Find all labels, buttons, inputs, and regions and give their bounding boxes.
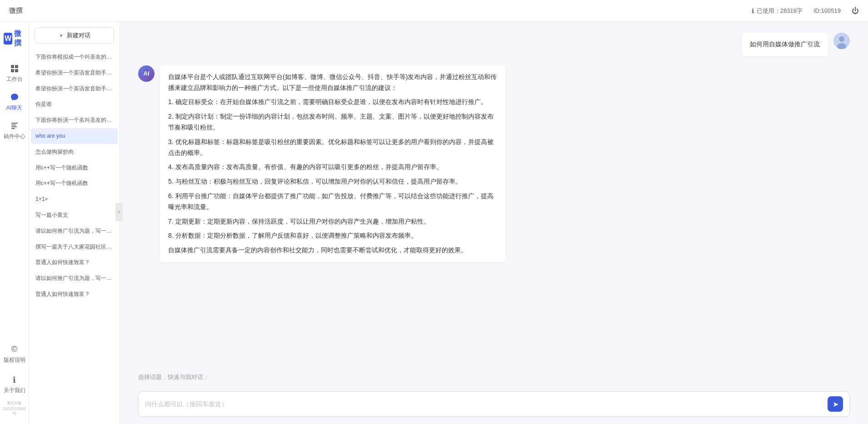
user-message-bubble: 如何用自媒体做推广引流 bbox=[742, 33, 828, 56]
svg-rect-4 bbox=[11, 123, 18, 124]
history-list-item[interactable]: 希望你扮演一个英语发音助手，我提供给你... bbox=[31, 65, 118, 81]
ai-avatar: AI bbox=[138, 65, 155, 82]
history-list-item[interactable]: 怎么做狗屎炒肉 bbox=[31, 144, 118, 160]
logo-text: 微撰 bbox=[14, 29, 25, 48]
chat-area: 如何用自媒体做推广引流 AI 自媒体平台是个人或团队通过互联网平台(如博客、微博… bbox=[120, 22, 868, 424]
sidebar-item-about[interactable]: ℹ 关于我们 bbox=[0, 370, 29, 399]
svg-rect-2 bbox=[11, 69, 14, 72]
svg-rect-5 bbox=[11, 125, 16, 125]
history-list: 下面你将模拟成一个叫圣友的程序员，我说...希望你扮演一个英语发音助手，我提供给… bbox=[29, 49, 120, 424]
user-message-row: 如何用自媒体做推广引流 bbox=[138, 33, 850, 56]
input-wrapper: ➤ bbox=[138, 391, 850, 417]
ai-paragraph: 2. 制定内容计划：制定一份详细的内容计划，包括发布时间、频率、主题、文案、图片… bbox=[168, 111, 497, 133]
new-chat-plus-icon: ＋ bbox=[58, 31, 64, 40]
ai-paragraph: 1. 确定目标受众：在开始自媒体推广引流之前，需要明确目标受众是谁，以便在发布内… bbox=[168, 97, 497, 108]
user-message-text: 如何用自媒体做推广引流 bbox=[750, 40, 820, 48]
history-list-item[interactable]: 普通人如何快速致富？ bbox=[31, 254, 118, 270]
usage-info: ℹ 已使用：28318字 bbox=[752, 7, 803, 15]
sidebar-item-components[interactable]: 稿件中心 bbox=[0, 116, 29, 145]
history-list-item[interactable]: 你是谁 bbox=[31, 96, 118, 112]
history-list-item[interactable]: 下面你将扮演一个名叫圣友的医生 bbox=[31, 112, 118, 128]
ai-paragraph: 6. 利用平台推广功能：自媒体平台都提供了推广功能，如广告投放、付费推广等，可以… bbox=[168, 191, 497, 213]
history-list-item[interactable]: 普通人如何快速致富？ bbox=[31, 286, 118, 302]
ai-message-bubble: 自媒体平台是个人或团队通过互联网平台(如博客、微博、微信公众号、抖音、快手等)发… bbox=[160, 65, 505, 262]
topbar: 微撰 ℹ 已使用：28318字 ID:100519 ⏻ bbox=[0, 0, 868, 22]
history-list-item[interactable]: 撰写一篇关于八大家花园社区一刻钟便民生... bbox=[31, 239, 118, 255]
logo-area: W 微撰 bbox=[0, 29, 29, 48]
history-list-item[interactable]: 请以如何推广引流为题，写一篇大纲 bbox=[31, 223, 118, 239]
send-button[interactable]: ➤ bbox=[828, 396, 843, 412]
history-list-item[interactable]: 下面你将模拟成一个叫圣友的程序员，我说... bbox=[31, 49, 118, 65]
quick-topics-label: 选择话题，快速与我对话： bbox=[138, 374, 209, 380]
logo-w-icon: W bbox=[4, 33, 12, 45]
sidebar-item-ai-chat[interactable]: AI聊天 bbox=[0, 88, 29, 116]
sidebar-icons: W 微撰 工作台 AI聊天 bbox=[0, 22, 29, 424]
copyright-label: 版权说明 bbox=[4, 356, 25, 364]
main-layout: W 微撰 工作台 AI聊天 bbox=[0, 22, 868, 424]
history-list-item[interactable]: who are you bbox=[31, 128, 118, 144]
messages-container: 如何用自媒体做推广引流 AI 自媒体平台是个人或团队通过互联网平台(如博客、微博… bbox=[120, 22, 868, 369]
ai-message-row: AI 自媒体平台是个人或团队通过互联网平台(如博客、微博、微信公众号、抖音、快手… bbox=[138, 65, 850, 262]
history-list-item[interactable]: 用c++写一个随机函数 bbox=[31, 160, 118, 176]
about-label: 关于我们 bbox=[4, 387, 25, 394]
sidebar-item-copyright[interactable]: © 版权说明 bbox=[0, 340, 29, 369]
usage-text: 已使用：28318字 bbox=[757, 7, 803, 15]
svg-rect-1 bbox=[15, 65, 18, 68]
ai-paragraph: 自媒体推广引流需要具备一定的内容创作和社交能力，同时也需要不断尝试和优化，才能取… bbox=[168, 245, 497, 256]
about-icon: ℹ bbox=[10, 375, 20, 385]
new-chat-label: 新建对话 bbox=[67, 31, 90, 40]
chat-input[interactable] bbox=[145, 398, 823, 410]
input-area: ➤ bbox=[120, 386, 868, 424]
collapse-sidebar-button[interactable]: ‹ bbox=[115, 203, 123, 221]
send-icon: ➤ bbox=[833, 400, 838, 409]
history-list-item[interactable]: 写一篇小黄文 bbox=[31, 207, 118, 223]
user-avatar bbox=[833, 33, 850, 49]
svg-rect-7 bbox=[11, 128, 15, 129]
ai-chat-label: AI聊天 bbox=[6, 104, 22, 112]
ai-paragraph: 自媒体平台是个人或团队通过互联网平台(如博客、微博、微信公众号、抖音、快手等)发… bbox=[168, 72, 497, 94]
topbar-right: ℹ 已使用：28318字 ID:100519 ⏻ bbox=[752, 7, 859, 15]
svg-rect-3 bbox=[15, 69, 18, 72]
ai-paragraph: 3. 优化标题和标签：标题和标签是吸引粉丝的重要因素。优化标题和标签可以让更多的… bbox=[168, 137, 497, 159]
quick-topics: 选择话题，快速与我对话： bbox=[120, 369, 868, 386]
power-icon[interactable]: ⏻ bbox=[852, 7, 859, 15]
sidebar-item-workbench[interactable]: 工作台 bbox=[0, 59, 29, 88]
workbench-label: 工作台 bbox=[6, 75, 23, 83]
user-id: ID:100519 bbox=[813, 7, 841, 14]
svg-rect-6 bbox=[11, 126, 17, 127]
components-icon bbox=[10, 121, 20, 131]
ai-paragraph: 8. 分析数据：定期分析数据，了解用户反馈和喜好，以便调整推广策略和内容发布频率… bbox=[168, 230, 497, 241]
copyright-icon: © bbox=[10, 344, 20, 354]
ai-paragraph: 7. 定期更新：定期更新内容，保持活跃度，可以让用户对你的内容产生兴趣，增加用户… bbox=[168, 216, 497, 227]
sidebar-bottom: © 版权说明 ℹ 关于我们 粤ICP备2022019348号 bbox=[0, 340, 29, 417]
ai-chat-icon bbox=[10, 92, 20, 102]
history-list-item[interactable]: 希望你扮演一个英语发音助手，我提供给你... bbox=[31, 81, 118, 97]
history-list-item[interactable]: 1+1= bbox=[31, 191, 118, 207]
usage-icon: ℹ bbox=[752, 7, 754, 15]
icp-text: 粤ICP备2022019348号 bbox=[0, 401, 29, 417]
svg-point-9 bbox=[839, 36, 844, 42]
ai-avatar-text: AI bbox=[144, 70, 150, 77]
workbench-icon bbox=[10, 64, 20, 74]
new-chat-button[interactable]: ＋ 新建对话 bbox=[35, 27, 114, 44]
history-sidebar: ＋ 新建对话 下面你将模拟成一个叫圣友的程序员，我说...希望你扮演一个英语发音… bbox=[29, 22, 120, 424]
ai-paragraph: 5. 与粉丝互动：积极与粉丝互动，回复评论和私信，可以增加用户对你的认可和信任，… bbox=[168, 176, 497, 187]
components-label: 稿件中心 bbox=[4, 133, 25, 140]
history-list-item[interactable]: 用c++写一个随机函数 bbox=[31, 175, 118, 191]
ai-paragraph: 4. 发布高质量内容：发布高质量、有价值、有趣的内容可以吸引更多的粉丝，并提高用… bbox=[168, 162, 497, 173]
history-list-item[interactable]: 请以如何推广引流为题，写一篇大纲 bbox=[31, 270, 118, 286]
svg-rect-0 bbox=[11, 65, 14, 68]
topbar-title: 微撰 bbox=[9, 6, 23, 15]
